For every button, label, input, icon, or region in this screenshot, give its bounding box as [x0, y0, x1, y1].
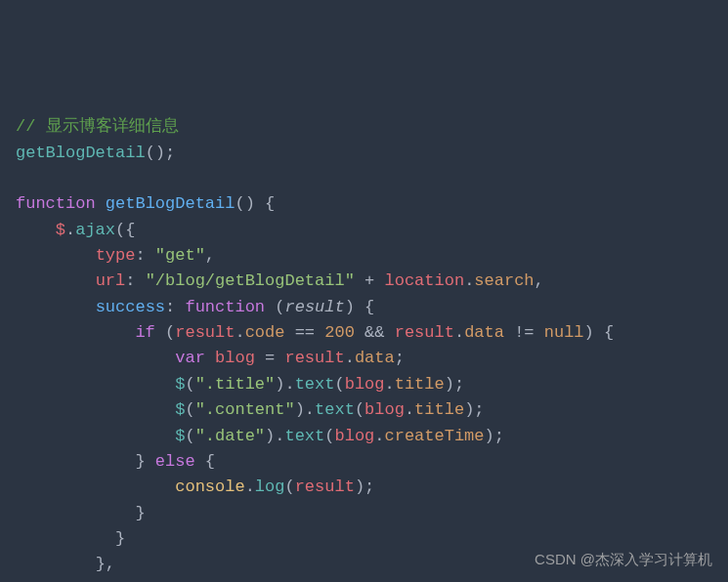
code-token: $ [175, 375, 185, 394]
code-token: } [135, 504, 145, 522]
code-token: success [96, 298, 165, 316]
code-token: "get" [155, 246, 205, 265]
code-token: : [125, 271, 145, 290]
code-token: , [535, 271, 544, 290]
code-token: ".content" [195, 400, 295, 419]
code-token: text [284, 427, 324, 445]
code-token: type [96, 246, 136, 265]
code-token: . [405, 400, 414, 419]
code-token: ( [324, 427, 334, 445]
code-token: result [295, 478, 355, 496]
code-funcname: getBlogDetail [106, 194, 236, 213]
code-keyword: function [16, 194, 96, 213]
code-token: log [255, 478, 285, 496]
code-token: ); [485, 427, 504, 445]
code-token: ( [265, 298, 284, 316]
code-token: $ [175, 427, 185, 445]
code-token: blog [334, 427, 374, 445]
code-token: ( [334, 375, 344, 394]
code-token: title [414, 400, 464, 419]
code-token: blog [345, 375, 385, 394]
code-token: ( [185, 400, 194, 419]
code-keyword: if [135, 323, 154, 342]
code-token: ). [265, 427, 284, 445]
code-token: search [474, 271, 534, 290]
code-token: ajax [75, 221, 115, 239]
code-token: ({ [115, 221, 135, 239]
code-token: ); [355, 478, 374, 496]
code-token: location [385, 271, 465, 290]
code-token: + [355, 271, 385, 290]
code-token: ). [295, 400, 315, 419]
code-token: ( [355, 400, 364, 419]
code-token: . [454, 323, 464, 342]
code-token: != [504, 323, 544, 342]
code-token: blog [364, 400, 405, 419]
code-token: createTime [385, 427, 485, 445]
code-token: . [245, 478, 255, 496]
code-token: ".title" [195, 375, 276, 394]
code-token: && [355, 323, 395, 342]
code-token: (); [146, 144, 176, 162]
code-token: $ [56, 221, 65, 239]
code-token: ".date" [195, 427, 265, 445]
code-token: data [464, 323, 504, 342]
code-token: == [284, 323, 324, 342]
code-keyword: var [175, 349, 205, 367]
code-token: 200 [324, 323, 355, 342]
code-token: ); [445, 375, 464, 394]
code-token: . [374, 427, 384, 445]
code-keyword: function [185, 298, 265, 316]
code-comment: // 显示博客详细信息 [16, 117, 179, 136]
code-param: result [284, 298, 344, 316]
code-token: } [135, 452, 154, 471]
code-token: "/blog/getBlogDetail" [146, 271, 355, 290]
code-token: url [96, 271, 126, 290]
code-token: } [115, 529, 125, 548]
code-token: blog [205, 349, 265, 367]
code-token: ); [464, 400, 484, 419]
code-token: { [195, 452, 215, 471]
code-token: console [175, 478, 244, 496]
code-token: . [385, 375, 395, 394]
code-token: : [165, 298, 185, 316]
code-token: . [345, 349, 355, 367]
code-token: result [395, 323, 454, 342]
code-token: : [135, 246, 154, 265]
code-token: title [395, 375, 445, 394]
code-token: , [205, 246, 215, 265]
code-token: text [315, 400, 355, 419]
code-token: ( [155, 323, 175, 342]
code-token: null [544, 323, 584, 342]
code-token: getBlogDetail [16, 144, 146, 162]
code-token: ( [185, 427, 194, 445]
code-token: data [355, 349, 395, 367]
code-token: ). [275, 375, 294, 394]
code-token: ) { [584, 323, 615, 342]
code-token: = [265, 349, 284, 367]
code-token: ( [284, 478, 294, 496]
code-token: ; [395, 349, 405, 367]
code-token: result [284, 349, 344, 367]
watermark-text: CSDN @杰深入学习计算机 [535, 548, 712, 570]
code-token: code [245, 323, 285, 342]
code-keyword: else [155, 452, 195, 471]
code-token: . [65, 221, 75, 239]
code-token: result [175, 323, 235, 342]
code-token: ) { [345, 298, 375, 316]
code-token: . [235, 323, 244, 342]
code-token: $ [175, 400, 185, 419]
code-token: () { [235, 194, 275, 213]
code-token: ( [185, 375, 194, 394]
code-token: text [295, 375, 335, 394]
code-block: // 显示博客详细信息 getBlogDetail(); function ge… [16, 114, 712, 582]
code-token: }, [96, 555, 115, 573]
code-token: . [464, 271, 474, 290]
